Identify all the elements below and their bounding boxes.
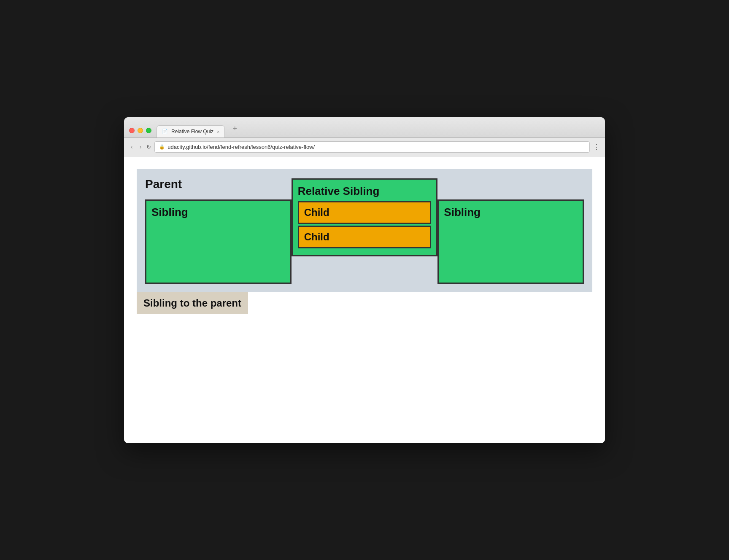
url-security-icon: 🔒: [159, 144, 165, 150]
tab-title: Relative Flow Quiz: [171, 129, 213, 135]
browser-window: 📄 Relative Flow Quiz × + ‹ › ↻ 🔒 udacity…: [124, 117, 605, 443]
siblings-row: Sibling Relative Sibling Child Child Sib…: [145, 199, 584, 284]
sibling1-label: Sibling: [151, 206, 188, 218]
sibling-to-parent-label: Sibling to the parent: [143, 297, 241, 309]
title-bar: 📄 Relative Flow Quiz × +: [124, 117, 605, 138]
url-bar[interactable]: 🔒 udacity.github.io/fend/fend-refresh/le…: [154, 141, 590, 153]
sibling-to-parent-box: Sibling to the parent: [137, 292, 248, 314]
relative-sibling-box: Relative Sibling Child Child: [292, 178, 438, 256]
maximize-button[interactable]: [146, 128, 151, 133]
forward-button[interactable]: ›: [138, 143, 143, 151]
sibling2-label: Sibling: [444, 206, 481, 218]
traffic-lights: [129, 128, 151, 137]
browser-menu-button[interactable]: ⋮: [593, 143, 600, 151]
child1-label: Child: [304, 207, 329, 218]
minimize-button[interactable]: [138, 128, 143, 133]
browser-tab[interactable]: 📄 Relative Flow Quiz ×: [157, 125, 225, 137]
reload-button[interactable]: ↻: [146, 144, 151, 150]
parent-box: Parent Sibling Relative Sibling Child Ch…: [137, 169, 592, 292]
child1-box: Child: [298, 201, 432, 224]
address-bar: ‹ › ↻ 🔒 udacity.github.io/fend/fend-refr…: [124, 138, 605, 156]
child2-label: Child: [304, 231, 329, 242]
child2-box: Child: [298, 226, 432, 248]
back-button[interactable]: ‹: [129, 143, 135, 151]
page-content: Parent Sibling Relative Sibling Child Ch…: [124, 156, 605, 443]
relative-sibling-label: Relative Sibling: [298, 185, 432, 198]
sibling1-box: Sibling: [145, 199, 292, 284]
close-button[interactable]: [129, 128, 135, 133]
sibling2-box: Sibling: [437, 199, 584, 284]
url-text: udacity.github.io/fend/fend-refresh/less…: [167, 144, 315, 150]
tab-close-button[interactable]: ×: [217, 129, 219, 134]
tab-icon: 📄: [162, 129, 168, 134]
new-tab-button[interactable]: +: [228, 121, 241, 137]
